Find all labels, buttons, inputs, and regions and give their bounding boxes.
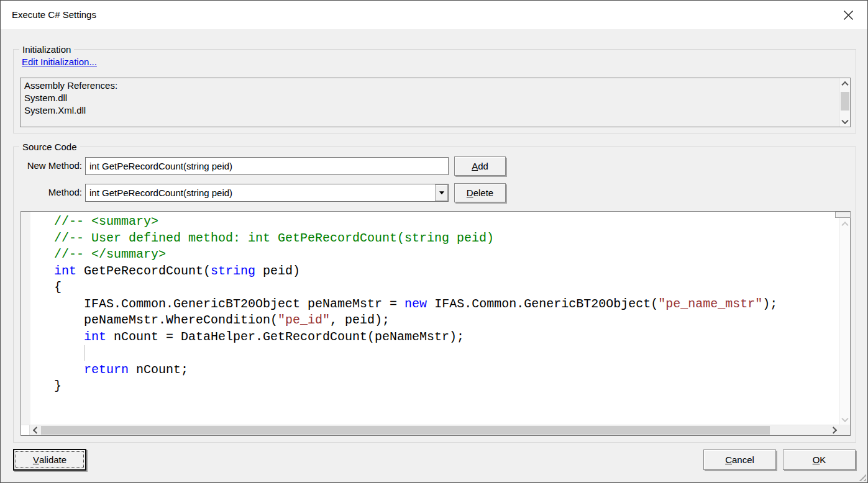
method-label: Method: <box>17 187 82 197</box>
validate-button[interactable]: Validate <box>13 449 86 471</box>
editor-vertical-scrollbar[interactable] <box>839 212 850 425</box>
assembly-references-box[interactable]: Assembly References: System.dll System.X… <box>20 78 851 127</box>
text-caret <box>84 345 85 361</box>
resize-grip[interactable] <box>857 472 866 481</box>
scrollbar-corner <box>21 425 30 435</box>
scrollbar-corner-box <box>839 425 850 435</box>
code-content[interactable]: //-- <summary> //-- User defined method:… <box>30 212 839 425</box>
chevron-up-icon <box>841 81 848 88</box>
scrollbar-gripper[interactable] <box>835 212 851 218</box>
editor-horizontal-scrollbar[interactable] <box>21 425 839 435</box>
initialization-group: Initialization Edit Initialization... As… <box>13 49 856 133</box>
editor-scroll-left-button[interactable] <box>30 425 40 435</box>
close-icon <box>843 10 854 20</box>
edit-initialization-link[interactable]: Edit Initialization... <box>22 56 97 67</box>
delete-button[interactable]: Delete <box>454 183 506 202</box>
combobox-dropdown-button[interactable] <box>435 184 448 201</box>
assembly-references-text: Assembly References: System.dll System.X… <box>24 79 835 125</box>
method-combobox[interactable]: int GetPeRecordCount(string peid) <box>85 184 449 202</box>
dialog-window: Execute C# Settings Initialization Edit … <box>0 0 868 483</box>
chevron-down-icon <box>841 415 848 422</box>
new-method-input[interactable] <box>85 157 449 175</box>
source-code-group-label: Source Code <box>19 141 80 153</box>
scroll-up-button[interactable] <box>840 78 850 89</box>
editor-selection-margin[interactable] <box>21 212 30 425</box>
code-editor[interactable]: //-- <summary> //-- User defined method:… <box>21 211 851 436</box>
dropdown-arrow-icon <box>439 191 444 197</box>
title-bar: Execute C# Settings <box>1 1 867 29</box>
ok-button[interactable]: OK <box>783 449 856 470</box>
assembly-scrollbar[interactable] <box>839 78 850 127</box>
editor-scroll-right-button[interactable] <box>829 425 839 435</box>
scroll-down-button[interactable] <box>840 116 850 127</box>
scroll-thumb[interactable] <box>841 92 849 111</box>
cancel-button[interactable]: Cancel <box>703 449 776 470</box>
close-button[interactable] <box>834 1 862 29</box>
editor-horizontal-thumb[interactable] <box>41 426 770 435</box>
source-code-group: Source Code New Method: Add Method: int … <box>13 147 856 443</box>
editor-scroll-down-button[interactable] <box>840 414 850 425</box>
chevron-right-icon <box>829 427 836 433</box>
add-button[interactable]: Add <box>454 156 506 176</box>
chevron-left-icon <box>32 427 39 433</box>
new-method-label: New Method: <box>17 160 82 171</box>
window-title: Execute C# Settings <box>12 1 96 29</box>
editor-scroll-up-button[interactable] <box>840 219 850 229</box>
initialization-group-label: Initialization <box>19 43 74 55</box>
method-combobox-value: int GetPeRecordCount(string peid) <box>89 184 433 201</box>
chevron-up-icon <box>841 221 848 228</box>
chevron-down-icon <box>841 117 848 124</box>
